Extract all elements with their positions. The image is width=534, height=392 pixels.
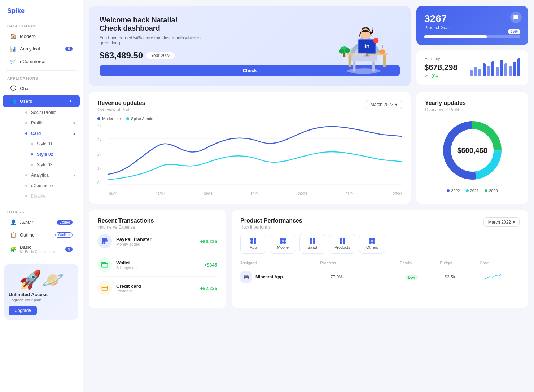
goal-number: 3267 xyxy=(424,13,520,25)
bar-10 xyxy=(509,66,512,76)
analytical-icon: 📊 xyxy=(10,46,16,52)
welcome-card: Welcome back Natalia! Check dashboard Yo… xyxy=(89,6,411,86)
tab-saas-label: SaaS xyxy=(308,245,318,250)
y-axis-labels: 4k 3k 2k 1k 0 xyxy=(97,124,108,185)
col-budget: Budget xyxy=(440,261,480,265)
tab-products-label: Products xyxy=(334,245,350,250)
tab-saas[interactable]: SaaS xyxy=(299,234,325,254)
transaction-wallet: Wallet Bill payment +$345 xyxy=(97,253,217,277)
sidebar-item-basic[interactable]: 🧩 Basic 8+ Basic Components 9 xyxy=(3,241,80,257)
sidebar-item-style03[interactable]: Style 03 xyxy=(18,160,80,170)
transaction-wallet-amount: +$345 xyxy=(204,262,217,268)
transaction-credit-desc: Payment xyxy=(116,289,196,293)
dot-icon xyxy=(25,122,27,124)
revenue-dropdown[interactable]: March 2022 ▾ xyxy=(366,100,402,109)
col-priority: Priority xyxy=(400,261,440,265)
others-icon xyxy=(369,238,375,244)
legend-2021: 2021 xyxy=(466,189,479,193)
transaction-credit: Credit card Payment +$2,235 xyxy=(97,277,217,300)
bar-11 xyxy=(513,62,516,76)
y-label-3k: 3k xyxy=(97,138,108,142)
tab-products[interactable]: Products xyxy=(329,234,355,254)
yearly-card: Yearly updates Overview of Profit $500,4… xyxy=(416,92,528,204)
avatar-badge: Coded xyxy=(57,220,73,225)
y-label-4k: 4k xyxy=(97,124,108,128)
y-label-0: 0 xyxy=(97,181,108,185)
users-arrow-icon: ▲ xyxy=(69,99,73,103)
legend-dot-modernize xyxy=(97,117,100,120)
legend-dot-spike xyxy=(126,117,129,120)
sidebar-item-disable[interactable]: Disable xyxy=(18,191,80,201)
x-label-0: 16/04 xyxy=(108,192,117,196)
wallet-icon xyxy=(97,257,112,272)
rocket-illustration: 🚀🪐 xyxy=(9,269,74,290)
earnings-label: Earnings xyxy=(424,56,458,61)
products-icon xyxy=(340,238,345,244)
transactions-subtitle: Income vs Expense xyxy=(97,225,217,230)
bar-6 xyxy=(491,61,494,76)
sidebar-item-social-profile[interactable]: Social Profile xyxy=(18,107,80,118)
bar-1 xyxy=(470,70,473,76)
avatar-icon: 👤 xyxy=(10,219,16,225)
sidebar-label-users: Users xyxy=(20,98,32,104)
upgrade-button[interactable]: Upgrade xyxy=(9,306,37,315)
svg-rect-9 xyxy=(383,55,386,67)
product-perf-title: Product Performances xyxy=(240,217,302,224)
sidebar-item-profile[interactable]: Profile ▼ xyxy=(18,118,80,128)
bottom-row: Recent Transactions Income vs Expense Pa… xyxy=(89,210,528,308)
product-perf-dropdown[interactable]: March 2022 ▾ xyxy=(483,217,520,227)
sidebar-item-style02[interactable]: Style 02 xyxy=(18,149,80,159)
sidebar-label-chat: Chat xyxy=(20,86,30,91)
sidebar-item-card[interactable]: Card ▲ xyxy=(18,128,80,138)
modern-icon: 🏠 xyxy=(10,33,16,39)
transaction-paypal-info: PayPal Transfer Money added xyxy=(116,237,196,246)
year-badge: Year 2022 xyxy=(146,52,175,59)
sidebar-item-analytical2[interactable]: Analytical ▼ xyxy=(18,170,80,180)
sidebar-item-outline[interactable]: 📋 Outline Outline xyxy=(3,229,80,241)
x-label-2: 18/04 xyxy=(203,192,212,196)
legend-label-modernize: Modernize xyxy=(102,116,121,121)
second-row: Revenue updates Overview of Profit March… xyxy=(89,92,528,204)
sidebar-item-modern[interactable]: 🏠 Modern xyxy=(3,30,80,42)
transaction-wallet-name: Wallet xyxy=(116,260,200,265)
sidebar-item-style01[interactable]: Style 01 xyxy=(18,139,80,149)
growth-value: +9% xyxy=(429,74,438,79)
sidebar-item-chat[interactable]: 💬 Chat xyxy=(3,82,80,94)
mobile-icon xyxy=(280,238,286,244)
transaction-wallet-desc: Bill payment xyxy=(116,265,200,270)
svg-rect-18 xyxy=(380,49,385,53)
basic-label-wrap: Basic 8+ Basic Components xyxy=(20,245,65,254)
minecraft-progress: 77.0% xyxy=(331,274,402,279)
yearly-subtitle: Overview of Profit xyxy=(425,107,520,112)
svg-text:!: ! xyxy=(376,38,377,42)
product-goal-card: 3267 Product Goal 65% xyxy=(416,6,528,45)
sidebar-item-avatar[interactable]: 👤 Avatar Coded xyxy=(3,216,80,228)
x-label-6: 22/04 xyxy=(393,192,402,196)
growth-arrow-icon: ↗ xyxy=(424,74,428,79)
sidebar-label-outline: Outline xyxy=(20,232,35,238)
sidebar-item-ecommerce[interactable]: 🛒 eCommerce xyxy=(3,55,80,67)
donut-amount: $500,458 xyxy=(457,146,487,155)
earnings-info: Earnings $678,298 ↗ +9% xyxy=(424,56,458,79)
dot-icon xyxy=(25,195,27,197)
sidebar-item-ecommerce2[interactable]: eCommerce xyxy=(18,181,80,191)
tab-mobile[interactable]: Mobile xyxy=(270,234,296,254)
col-assigned: Assigned xyxy=(240,261,320,265)
revenue-card: Revenue updates Overview of Profit March… xyxy=(89,92,411,204)
chevron-down-icon-perf: ▾ xyxy=(513,220,515,225)
sidebar-item-users[interactable]: 👥 Users ▲ xyxy=(3,95,80,107)
dot-icon xyxy=(25,174,27,176)
label-2022: 2022 xyxy=(451,189,460,193)
ecommerce-icon: 🛒 xyxy=(10,58,16,64)
label-style03: Style 03 xyxy=(37,162,52,167)
priority-badge: Low xyxy=(405,275,417,280)
tab-app[interactable]: App xyxy=(240,234,266,254)
welcome-description: You have earned 54% more than last month… xyxy=(100,35,201,45)
goal-chat-icon[interactable] xyxy=(510,12,522,23)
dot-icon xyxy=(25,111,27,114)
tab-others[interactable]: Others xyxy=(359,234,385,254)
revenue-dropdown-label: March 2022 xyxy=(371,102,393,107)
sidebar-item-analytical[interactable]: 📊 Analytical 9 xyxy=(3,43,80,55)
label-style02: Style 02 xyxy=(37,152,53,157)
dot-icon xyxy=(25,132,27,135)
